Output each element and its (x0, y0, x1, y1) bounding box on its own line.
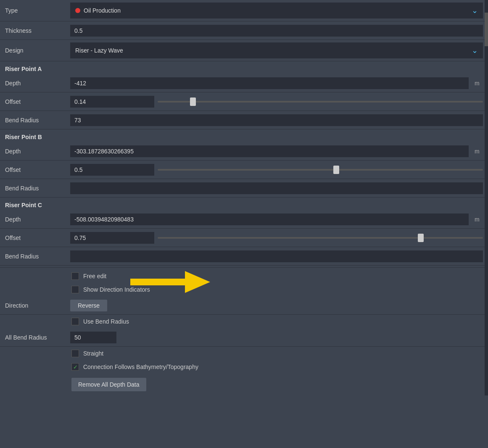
riser-b-bend-row: Bend Radius (0, 179, 488, 198)
riser-b-depth-unit: m (475, 148, 483, 155)
riser-c-offset-thumb[interactable] (418, 234, 424, 242)
riser-c-bend-field (70, 250, 483, 262)
connection-follows-row: ✓ Connection Follows Bathymetry/Topograp… (0, 360, 488, 374)
direction-field: Reverse (70, 300, 483, 311)
all-bend-radius-field (70, 332, 483, 343)
connection-follows-checkbox[interactable]: ✓ (71, 363, 79, 371)
show-direction-row: Show Direction Indicators (0, 283, 488, 296)
thickness-label: Thickness (5, 27, 70, 34)
design-dropdown[interactable]: Riser - Lazy Wave ⌄ (70, 42, 483, 58)
riser-b-bend-label: Bend Radius (5, 185, 70, 192)
type-row: Type Oil Production ⌄ (0, 0, 488, 21)
riser-b-depth-input[interactable] (70, 145, 469, 157)
riser-c-offset-label: Offset (5, 235, 70, 241)
riser-c-depth-row: Depth m (0, 210, 488, 229)
show-direction-checkbox[interactable] (71, 286, 79, 293)
riser-b-depth-field: m (70, 145, 483, 157)
thickness-field-area (70, 25, 483, 37)
free-edit-row: Free edit (0, 269, 488, 283)
type-dropdown-wrapper: Oil Production ⌄ (70, 3, 483, 18)
use-bend-radius-checkbox[interactable] (71, 318, 79, 325)
direction-row: Direction Reverse (0, 296, 488, 315)
riser-a-depth-row: Depth m (0, 74, 488, 92)
free-edit-label: Free edit (83, 273, 106, 279)
type-chevron-icon: ⌄ (472, 6, 478, 15)
riser-b-offset-row: Offset (0, 161, 488, 179)
riser-c-offset-row: Offset (0, 229, 488, 247)
thickness-row: Thickness (0, 21, 488, 40)
riser-c-depth-input[interactable] (70, 213, 469, 225)
scrollbar[interactable] (485, 0, 488, 395)
riser-c-offset-track[interactable] (158, 237, 483, 239)
connection-follows-label: Connection Follows Bathymetry/Topography (83, 364, 198, 370)
thickness-input[interactable] (70, 25, 483, 37)
use-bend-radius-label: Use Bend Radius (83, 318, 129, 325)
riser-point-b-header: Riser Point B (0, 129, 488, 142)
riser-b-bend-input[interactable] (70, 182, 483, 194)
straight-row: Straight (0, 347, 488, 360)
straight-label: Straight (83, 350, 103, 357)
free-edit-section: Free edit (0, 269, 488, 283)
design-row: Design Riser - Lazy Wave ⌄ (0, 40, 488, 61)
divider-1 (0, 267, 488, 268)
type-value: Oil Production (84, 7, 121, 14)
riser-c-bend-row: Bend Radius (0, 247, 488, 266)
direction-reverse-button[interactable]: Reverse (70, 300, 107, 311)
remove-all-depth-data-button[interactable]: Remove All Depth Data (71, 378, 146, 391)
type-dot (75, 8, 80, 13)
riser-a-bend-field (70, 114, 483, 126)
riser-a-offset-label: Offset (5, 98, 70, 105)
free-edit-checkbox[interactable] (71, 272, 79, 280)
riser-a-bend-label: Bend Radius (5, 117, 70, 124)
riser-b-depth-row: Depth m (0, 142, 488, 161)
riser-b-offset-input[interactable] (70, 164, 154, 176)
type-dropdown[interactable]: Oil Production ⌄ (70, 3, 483, 18)
riser-c-depth-field: m (70, 213, 483, 225)
riser-a-bend-row: Bend Radius (0, 111, 488, 129)
riser-c-bend-input[interactable] (70, 250, 483, 262)
riser-a-bend-input[interactable] (70, 114, 483, 126)
riser-a-depth-unit: m (475, 80, 483, 87)
riser-point-c-header: Riser Point C (0, 198, 488, 210)
design-label: Design (5, 47, 70, 54)
riser-a-depth-field: m (70, 77, 483, 89)
design-dropdown-wrapper: Riser - Lazy Wave ⌄ (70, 42, 483, 58)
riser-c-depth-label: Depth (5, 216, 70, 223)
remove-btn-row: Remove All Depth Data (0, 374, 488, 395)
design-chevron-icon: ⌄ (472, 46, 478, 55)
riser-b-depth-label: Depth (5, 148, 70, 155)
riser-c-bend-label: Bend Radius (5, 253, 70, 260)
riser-b-offset-label: Offset (5, 166, 70, 173)
riser-c-depth-unit: m (475, 216, 483, 223)
riser-c-offset-slider-container (70, 232, 483, 244)
riser-a-offset-row: Offset (0, 92, 488, 111)
riser-point-a-header: Riser Point A (0, 61, 488, 74)
riser-a-offset-thumb[interactable] (190, 98, 196, 106)
all-bend-radius-input[interactable] (70, 332, 116, 343)
direction-label: Direction (5, 302, 70, 309)
all-bend-radius-label: All Bend Radius (5, 334, 70, 341)
riser-a-offset-slider-container (70, 96, 483, 108)
design-value: Riser - Lazy Wave (75, 47, 123, 54)
all-bend-radius-row: All Bend Radius (0, 328, 488, 347)
riser-a-offset-track[interactable] (158, 101, 483, 103)
show-direction-label: Show Direction Indicators (83, 286, 150, 293)
use-bend-radius-row: Use Bend Radius (0, 315, 488, 328)
riser-a-depth-label: Depth (5, 80, 70, 87)
scrollbar-thumb[interactable] (485, 13, 488, 46)
riser-b-offset-thumb[interactable] (333, 166, 339, 174)
riser-a-depth-input[interactable] (70, 77, 469, 89)
straight-checkbox[interactable] (71, 350, 79, 357)
type-label: Type (5, 7, 70, 14)
riser-a-offset-input[interactable] (70, 96, 154, 108)
riser-c-offset-input[interactable] (70, 232, 154, 244)
riser-b-offset-track[interactable] (158, 169, 483, 171)
riser-b-bend-field (70, 182, 483, 194)
riser-b-offset-slider-container (70, 164, 483, 176)
